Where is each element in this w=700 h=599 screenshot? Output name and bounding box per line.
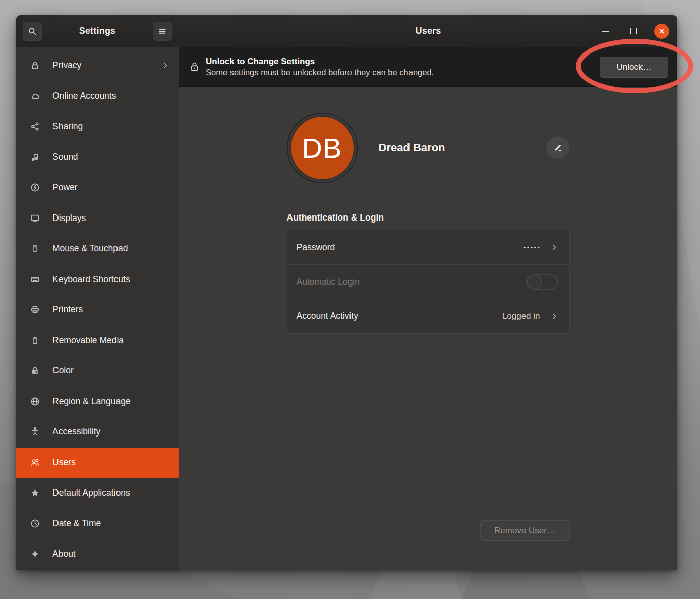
- sidebar-item-color[interactable]: Color: [16, 356, 179, 387]
- users-panel: Unlock to Change Settings Some settings …: [179, 47, 677, 570]
- sidebar-item-label: Removable Media: [52, 335, 169, 346]
- avatar[interactable]: DB: [287, 113, 358, 183]
- sidebar-item-default-applications[interactable]: Default Applications: [16, 478, 179, 509]
- sidebar-item-keyboard-shortcuts[interactable]: Keyboard Shortcuts: [16, 264, 179, 295]
- sidebar-item-power[interactable]: Power: [16, 173, 179, 203]
- users-content: DB Dread Baron Authentication & Login: [179, 87, 677, 570]
- page-title: Users: [415, 26, 441, 36]
- padlock-icon: [190, 62, 199, 72]
- unlock-banner-text: Unlock to Change Settings Some settings …: [206, 56, 600, 78]
- avatar-initials: DB: [291, 117, 354, 179]
- sidebar-item-label: Displays: [52, 213, 169, 224]
- sidebar-title: Settings: [79, 26, 116, 36]
- share-icon: [29, 121, 40, 132]
- sparkle-icon: [29, 549, 40, 560]
- remove-user-button[interactable]: Remove User…: [480, 520, 570, 541]
- sidebar-item-printers[interactable]: Printers: [16, 295, 179, 325]
- unlock-banner-title: Unlock to Change Settings: [206, 56, 600, 67]
- account-activity-value: Logged in: [502, 311, 540, 321]
- sidebar-headerbar: Settings: [16, 15, 179, 47]
- sidebar-item-label: Keyboard Shortcuts: [52, 274, 169, 285]
- chevron-right-icon: [550, 243, 558, 251]
- globe-icon: [29, 396, 40, 407]
- sidebar-item-sound[interactable]: Sound: [16, 142, 179, 173]
- sidebar-item-date-time[interactable]: Date & Time: [16, 509, 179, 539]
- mouse-icon: [29, 243, 40, 254]
- sidebar-item-label: Privacy: [52, 60, 162, 71]
- keyboard-icon: [29, 274, 40, 285]
- users-icon: [29, 457, 40, 468]
- sidebar-item-about[interactable]: About: [16, 539, 179, 570]
- sidebar-item-label: Sharing: [52, 121, 169, 132]
- hamburger-menu-icon: [158, 27, 167, 36]
- search-button[interactable]: [23, 22, 42, 41]
- sidebar-item-mouse-touchpad[interactable]: Mouse & Touchpad: [16, 234, 179, 264]
- user-full-name: Dread Baron: [379, 141, 445, 154]
- main-headerbar: Users: [179, 15, 677, 47]
- edit-name-button[interactable]: [546, 136, 570, 160]
- user-card: DB Dread Baron: [287, 113, 570, 183]
- sidebar-item-label: Printers: [52, 304, 169, 315]
- color-circles-icon: [29, 365, 40, 376]
- unlock-banner: Unlock to Change Settings Some settings …: [179, 47, 677, 87]
- auth-list: Password ••••• Automatic Login: [287, 230, 570, 334]
- sidebar-item-label: Online Accounts: [52, 91, 169, 101]
- sidebar-item-label: Color: [52, 365, 169, 376]
- sidebar-item-region-language[interactable]: Region & Language: [16, 387, 179, 417]
- password-row[interactable]: Password •••••: [287, 230, 569, 264]
- star-icon: [29, 487, 40, 499]
- unlock-button[interactable]: Unlock…: [600, 57, 668, 78]
- sidebar-item-label: Sound: [52, 152, 169, 162]
- automatic-login-row: Automatic Login: [287, 264, 569, 299]
- accessibility-icon: [29, 426, 40, 438]
- display-icon: [29, 212, 40, 224]
- power-icon: [29, 182, 40, 193]
- sidebar-item-displays[interactable]: Displays: [16, 203, 179, 234]
- sidebar-item-label: Date & Time: [52, 518, 169, 529]
- minimize-button[interactable]: [598, 24, 613, 39]
- sidebar-item-label: About: [52, 549, 169, 559]
- sidebar-item-label: Accessibility: [52, 426, 169, 437]
- sidebar-nav: Privacy Online Accounts Sharing Sound: [16, 47, 179, 570]
- sidebar-item-label: Users: [52, 457, 169, 468]
- sidebar-item-online-accounts[interactable]: Online Accounts: [16, 81, 179, 112]
- settings-window: Settings Users Privacy: [16, 15, 677, 570]
- password-label: Password: [297, 242, 524, 253]
- window-controls: [598, 15, 669, 47]
- account-activity-row[interactable]: Account Activity Logged in: [287, 299, 569, 333]
- sidebar-item-label: Mouse & Touchpad: [52, 243, 169, 254]
- password-dots: •••••: [523, 244, 541, 250]
- sidebar-item-privacy[interactable]: Privacy: [16, 50, 179, 81]
- sidebar-item-users[interactable]: Users: [16, 448, 179, 478]
- sidebar-item-label: Region & Language: [52, 396, 169, 407]
- printer-icon: [29, 304, 40, 315]
- clock-icon: [29, 518, 40, 529]
- toggle-knob: [527, 274, 542, 290]
- bottom-actions: Remove User…: [287, 520, 570, 570]
- search-icon: [28, 27, 37, 36]
- usb-drive-icon: [29, 335, 40, 346]
- sidebar-item-label: Default Applications: [52, 487, 169, 498]
- automatic-login-label: Automatic Login: [297, 277, 526, 287]
- auth-section-title: Authentication & Login: [287, 212, 570, 223]
- primary-menu-button[interactable]: [153, 22, 172, 41]
- account-activity-label: Account Activity: [297, 311, 502, 321]
- automatic-login-toggle[interactable]: [526, 274, 558, 290]
- chevron-right-icon: [550, 312, 558, 320]
- sidebar-item-removable-media[interactable]: Removable Media: [16, 325, 179, 356]
- close-icon: [658, 27, 666, 35]
- pencil-icon: [553, 143, 562, 152]
- unlock-banner-subtitle: Some settings must be unlocked before th…: [206, 67, 600, 78]
- close-button[interactable]: [654, 24, 669, 39]
- sidebar-item-sharing[interactable]: Sharing: [16, 112, 179, 142]
- cloud-icon: [29, 90, 40, 101]
- sidebar-item-accessibility[interactable]: Accessibility: [16, 417, 179, 448]
- maximize-button[interactable]: [626, 24, 641, 39]
- music-note-icon: [29, 151, 40, 162]
- chevron-right-icon: [162, 62, 169, 69]
- lock-icon: [29, 60, 40, 71]
- sidebar-item-label: Power: [52, 182, 169, 193]
